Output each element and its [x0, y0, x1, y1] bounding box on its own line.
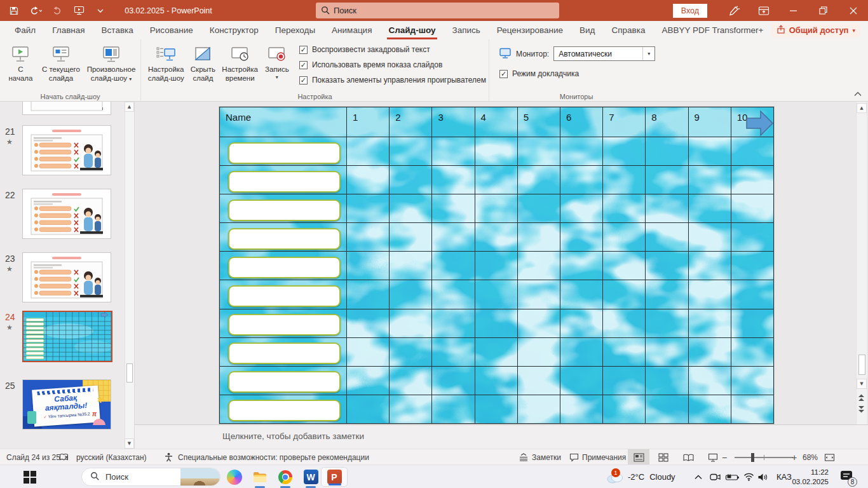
grid-cell[interactable]: [603, 252, 646, 280]
zoom-level[interactable]: 68%: [803, 449, 818, 465]
grid-cell[interactable]: [347, 194, 390, 223]
column-header[interactable]: 5: [517, 107, 560, 137]
name-column-header[interactable]: Name: [220, 107, 347, 137]
zoom-slider[interactable]: [731, 449, 797, 465]
grid-cell[interactable]: [731, 166, 773, 194]
slide-thumbnail-partial[interactable]: [22, 102, 111, 115]
grid-cell[interactable]: [560, 137, 602, 166]
grid-cell[interactable]: [560, 280, 602, 309]
grid-cell[interactable]: [432, 309, 475, 337]
signin-button[interactable]: Вход: [673, 4, 707, 18]
grid-cell[interactable]: [432, 395, 475, 423]
tab-11[interactable]: Вид: [571, 21, 603, 39]
name-pill[interactable]: [228, 314, 341, 336]
grid-cell[interactable]: [603, 366, 646, 395]
chrome-icon[interactable]: [278, 465, 293, 488]
video-call-icon[interactable]: [710, 465, 721, 488]
accessibility-status[interactable]: Специальные возможности: проверьте реком…: [178, 449, 369, 465]
grid-cell[interactable]: [475, 337, 517, 366]
office-search-box[interactable]: Поиск: [316, 3, 559, 18]
tab-6[interactable]: Переходы: [267, 21, 323, 39]
grid-cell[interactable]: [390, 252, 432, 280]
notification-center[interactable]: 8: [840, 465, 853, 488]
grid-cell[interactable]: [603, 137, 646, 166]
ribbon-checkbox[interactable]: ✓ Воспроизвести закадровый текст: [299, 45, 486, 54]
grid-cell[interactable]: [347, 166, 390, 194]
grid-cell[interactable]: [517, 194, 560, 223]
tab-2[interactable]: Главная: [44, 21, 93, 39]
powerpoint-icon[interactable]: P: [321, 467, 348, 487]
vertical-scrollbar[interactable]: ▲ ▼: [856, 102, 867, 424]
name-pill[interactable]: [228, 228, 341, 250]
grid-cell[interactable]: [517, 395, 560, 423]
name-cell[interactable]: [220, 395, 347, 423]
setup-slideshow-button[interactable]: Настройка слайд-шоу: [145, 43, 187, 83]
zoom-slider-thumb[interactable]: [751, 453, 754, 462]
clock[interactable]: 11:22 03.02.2025: [792, 465, 829, 488]
grid-cell[interactable]: [390, 137, 432, 166]
grid-cell[interactable]: [432, 223, 475, 252]
grid-cell[interactable]: [432, 166, 475, 194]
grid-cell[interactable]: [646, 166, 688, 194]
grid-cell[interactable]: [646, 337, 688, 366]
slideshow-view-button[interactable]: [702, 449, 724, 465]
tab-5[interactable]: Конструктор: [201, 21, 267, 39]
grid-cell[interactable]: [517, 223, 560, 252]
grid-cell[interactable]: [517, 366, 560, 395]
grid-cell[interactable]: [517, 280, 560, 309]
spellcheck-icon[interactable]: [59, 449, 69, 465]
grid-cell[interactable]: [390, 194, 432, 223]
taskbar-search-box[interactable]: Поиск: [81, 468, 220, 486]
name-cell[interactable]: [220, 194, 347, 223]
grid-cell[interactable]: [432, 337, 475, 366]
tray-expand-icon[interactable]: [695, 465, 702, 488]
tab-13[interactable]: ABBYY PDF Transformer+: [653, 21, 771, 39]
volume-icon[interactable]: [757, 465, 768, 488]
zoom-out-button[interactable]: −: [722, 449, 727, 465]
tab-9[interactable]: Запись: [444, 21, 489, 39]
grid-cell[interactable]: [475, 252, 517, 280]
record-button[interactable]: Запись ▾: [261, 43, 293, 81]
name-cell[interactable]: [220, 366, 347, 395]
tab-12[interactable]: Справка: [603, 21, 653, 39]
slide-indicator[interactable]: Слайд 24 из 25: [6, 449, 60, 465]
word-icon[interactable]: W: [303, 465, 318, 488]
tab-4[interactable]: Рисование: [142, 21, 201, 39]
name-pill[interactable]: [228, 171, 341, 193]
grid-cell[interactable]: [517, 166, 560, 194]
column-header[interactable]: 9: [688, 107, 731, 137]
grid-cell[interactable]: [603, 309, 646, 337]
grid-cell[interactable]: [731, 337, 773, 366]
name-cell[interactable]: [220, 337, 347, 366]
grid-cell[interactable]: [347, 252, 390, 280]
grid-cell[interactable]: [646, 395, 688, 423]
column-header[interactable]: 4: [475, 107, 517, 137]
grid-cell[interactable]: [646, 252, 688, 280]
name-pill[interactable]: [228, 257, 341, 278]
battery-icon[interactable]: [725, 465, 740, 488]
grid-cell[interactable]: [731, 137, 773, 166]
name-pill[interactable]: [228, 400, 341, 421]
grid-cell[interactable]: [475, 309, 517, 337]
grid-cell[interactable]: [475, 223, 517, 252]
grid-cell[interactable]: [517, 309, 560, 337]
grid-cell[interactable]: [688, 337, 731, 366]
presenter-mode-checkbox[interactable]: ✓ Режим докладчика: [499, 69, 655, 78]
grid-cell[interactable]: [347, 309, 390, 337]
grid-cell[interactable]: [347, 137, 390, 166]
grid-cell[interactable]: [390, 309, 432, 337]
notes-pane[interactable]: Щелкните, чтобы добавить заметки: [135, 424, 868, 449]
name-cell[interactable]: [220, 280, 347, 309]
grid-cell[interactable]: [560, 252, 602, 280]
name-cell[interactable]: [220, 223, 347, 252]
name-pill[interactable]: [228, 371, 341, 393]
grid-cell[interactable]: [560, 309, 602, 337]
grid-cell[interactable]: [347, 395, 390, 423]
name-cell[interactable]: [220, 137, 347, 166]
custom-slideshow-button[interactable]: Произвольное слайд-шоу ▾: [85, 43, 138, 83]
tab-1[interactable]: Файл: [6, 21, 44, 39]
ink-pen-icon[interactable]: [719, 0, 749, 21]
grid-cell[interactable]: [731, 223, 773, 252]
monitor-select[interactable]: Автоматически ▾: [553, 46, 655, 61]
from-start-button[interactable]: С начала: [4, 43, 37, 83]
